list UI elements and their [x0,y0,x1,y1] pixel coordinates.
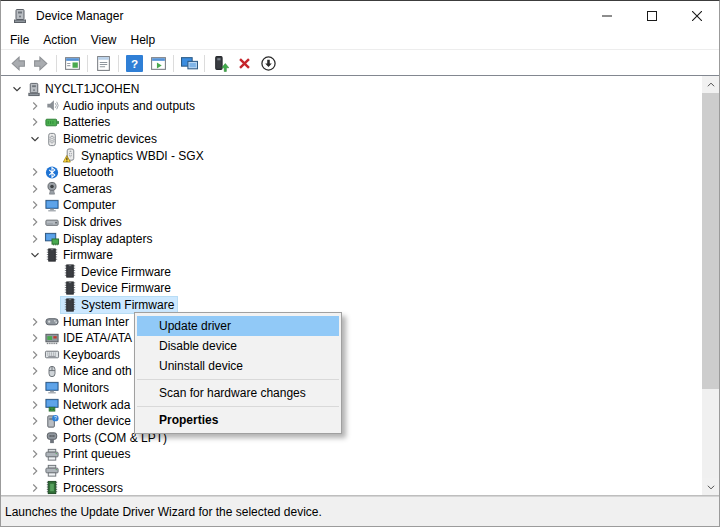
vertical-scrollbar[interactable] [702,76,719,495]
scrollbar-thumb[interactable] [702,93,719,389]
properties-icon [95,55,112,72]
menu-item-disable-device[interactable]: Disable device [137,336,339,356]
menu-file[interactable]: File [3,31,36,49]
status-text: Launches the Update Driver Wizard for th… [5,505,322,519]
tree-item-label: Human Inter [63,315,129,329]
scroll-down-button[interactable] [702,478,719,495]
chevron-collapsed-icon[interactable] [27,182,43,196]
tree-item-bluetooth[interactable]: Bluetooth [1,164,702,181]
tree-item-biometric-devices[interactable]: Biometric devices [1,131,702,148]
menu-action[interactable]: Action [36,31,83,49]
show-console-tree-button[interactable] [60,52,84,74]
chevron-collapsed-icon[interactable] [27,464,43,478]
tree-item-label: Audio inputs and outputs [63,99,195,113]
menu-help[interactable]: Help [124,31,163,49]
tree-item-content: Print queues [43,446,133,462]
tree-item-device-firmware[interactable]: Device Firmware [1,264,702,281]
tree-item-content: Computer [43,197,119,213]
printer-icon [44,463,60,478]
chevron-collapsed-icon[interactable] [27,364,43,378]
tree-item-device-firmware[interactable]: Device Firmware [1,280,702,297]
tree-item-print-queues[interactable]: Print queues [1,446,702,463]
tree-item-content: Disk drives [43,214,125,230]
chevron-collapsed-icon[interactable] [27,115,43,129]
tree-item-display-adapters[interactable]: Display adapters [1,230,702,247]
uninstall-icon [236,55,253,72]
chevron-collapsed-icon[interactable] [27,481,43,495]
menu-item-uninstall-device[interactable]: Uninstall device [137,356,339,376]
tree-item-firmware[interactable]: Firmware [1,247,702,264]
chevron-collapsed-icon[interactable] [27,315,43,329]
bluetooth-icon [44,165,60,180]
back-button[interactable] [5,52,29,74]
tree-item-content: Network ada [43,397,133,413]
forward-button[interactable] [29,52,53,74]
chevron-expanded-icon[interactable] [27,132,43,146]
tree-item-mice-and-oth[interactable]: Mice and oth [1,363,702,380]
chevron-collapsed-icon[interactable] [27,198,43,212]
chevron-collapsed-icon[interactable] [27,348,43,362]
chevron-expanded-icon[interactable] [27,248,43,262]
tree-item-content: Synaptics WBDI - SGX [61,148,207,164]
chevron-collapsed-icon[interactable] [27,414,43,428]
help-icon: ? [126,55,143,72]
chevron-collapsed-icon[interactable] [27,331,43,345]
tree-item-processors[interactable]: Processors [1,479,702,495]
disable-device-button[interactable] [256,52,280,74]
scroll-up-button[interactable] [702,76,719,93]
tree-item-keyboards[interactable]: Keyboards [1,347,702,364]
battery-icon [44,115,60,130]
tree-item-synaptics-wbdi-sgx[interactable]: Synaptics WBDI - SGX [1,147,702,164]
menu-item-update-driver[interactable]: Update driver [137,316,339,336]
tree-item-other-device[interactable]: ?Other device [1,413,702,430]
tree-item-nyclt1jcohen[interactable]: NYCLT1JCOHEN [1,81,702,98]
tree-item-label: Device Firmware [81,281,171,295]
action-pane-icon [150,55,167,72]
titlebar: Device Manager [1,1,719,31]
tree-item-computer[interactable]: Computer [1,197,702,214]
chevron-collapsed-icon[interactable] [27,215,43,229]
tree-item-disk-drives[interactable]: Disk drives [1,214,702,231]
chevron-collapsed-icon[interactable] [27,431,43,445]
tree-item-content: Processors [43,480,126,495]
tree-item-human-inter[interactable]: Human Inter [1,313,702,330]
maximize-button[interactable] [629,1,674,31]
tree-item-monitors[interactable]: Monitors [1,380,702,397]
tree-item-audio-inputs-and-outputs[interactable]: Audio inputs and outputs [1,98,702,115]
menu-view[interactable]: View [84,31,124,49]
tree-item-system-firmware[interactable]: System Firmware [1,297,702,314]
chevron-expanded-icon[interactable] [9,82,25,96]
tree-item-ports-com-lpt[interactable]: Ports (COM & LPT) [1,429,702,446]
keyboard-icon [44,347,60,362]
chevron-collapsed-icon[interactable] [27,381,43,395]
chevron-collapsed-icon[interactable] [27,398,43,412]
chevron-collapsed-icon[interactable] [27,232,43,246]
menu-item-properties[interactable]: Properties [137,410,339,430]
tree-item-printers[interactable]: Printers [1,463,702,480]
tree-item-label: Display adapters [63,232,152,246]
tree-item-label: System Firmware [81,298,174,312]
chevron-collapsed-icon[interactable] [27,165,43,179]
tree-item-cameras[interactable]: Cameras [1,181,702,198]
tree-item-label: Other device [63,414,131,428]
tree-item-network-ada[interactable]: Network ada [1,396,702,413]
firmware-icon [62,264,78,279]
tree-item-label: NYCLT1JCOHEN [45,82,139,96]
update-driver-button[interactable] [208,52,232,74]
close-button[interactable] [674,1,719,31]
chevron-collapsed-icon[interactable] [27,99,43,113]
action-pane-button[interactable] [146,52,170,74]
context-menu: Update driverDisable deviceUninstall dev… [134,312,342,434]
forward-icon [33,55,50,72]
properties-button[interactable] [91,52,115,74]
monitor-icon [44,380,60,395]
devices-monitor-button[interactable] [177,52,201,74]
chevron-collapsed-icon[interactable] [27,447,43,461]
ide-icon [44,331,60,346]
help-button[interactable]: ? [122,52,146,74]
uninstall-button[interactable] [232,52,256,74]
tree-item-ide-ata-ata[interactable]: IDE ATA/ATA [1,330,702,347]
menu-item-scan-for-hardware-changes[interactable]: Scan for hardware changes [137,383,339,403]
minimize-button[interactable] [584,1,629,31]
tree-item-batteries[interactable]: Batteries [1,114,702,131]
